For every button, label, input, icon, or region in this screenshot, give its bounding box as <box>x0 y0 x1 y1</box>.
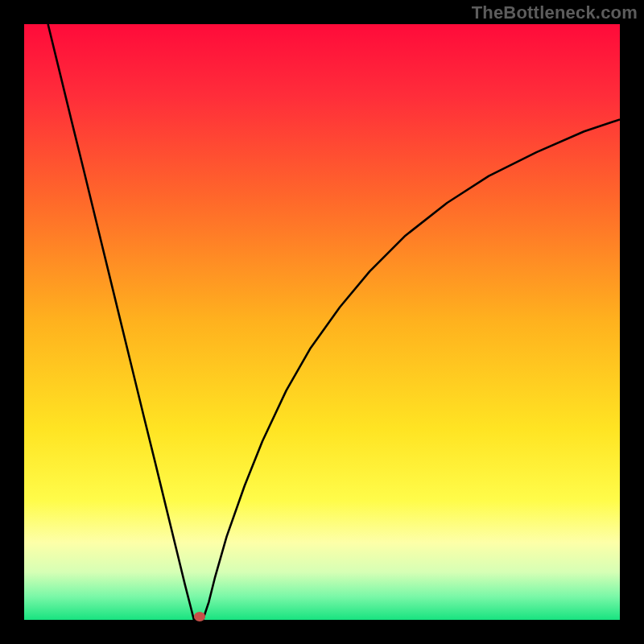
gradient-background <box>24 24 620 620</box>
svg-rect-0 <box>24 24 620 620</box>
optimum-marker <box>194 612 205 621</box>
watermark-text: TheBottleneck.com <box>472 2 638 23</box>
plot-area <box>24 24 620 620</box>
chart-frame: TheBottleneck.com <box>0 0 644 644</box>
